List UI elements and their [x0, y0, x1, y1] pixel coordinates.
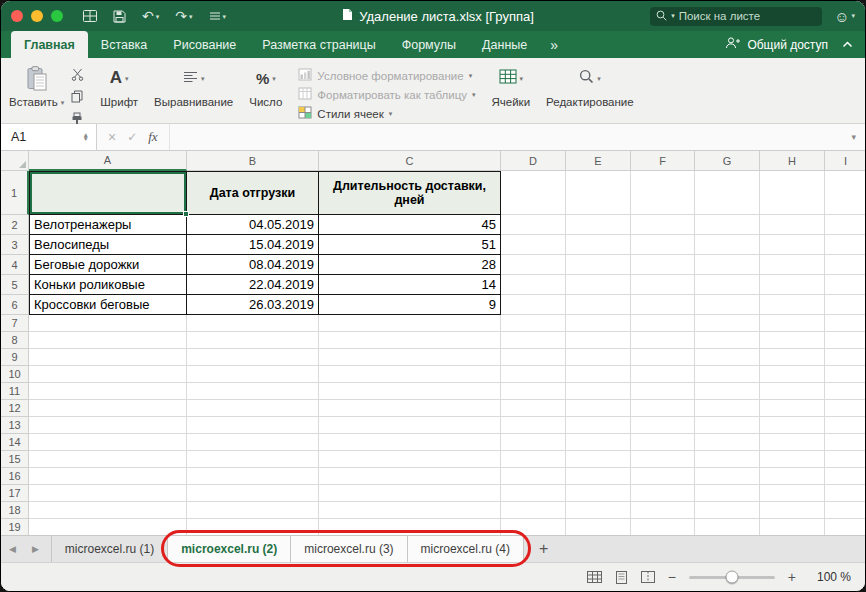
- cell-C19[interactable]: [319, 519, 501, 535]
- row-header-1[interactable]: 1: [1, 171, 29, 215]
- cell-C4[interactable]: 28: [319, 255, 501, 275]
- cell-D18[interactable]: [501, 502, 566, 519]
- cell-C5[interactable]: 14: [319, 275, 501, 295]
- zoom-in-button[interactable]: +: [788, 569, 796, 585]
- cell-F11[interactable]: [631, 383, 695, 400]
- cell-I13[interactable]: [825, 417, 865, 434]
- cell-C11[interactable]: [319, 383, 501, 400]
- cell-H3[interactable]: [760, 235, 825, 255]
- cell-I15[interactable]: [825, 451, 865, 468]
- cell-A10[interactable]: [29, 366, 187, 383]
- cell-A19[interactable]: [29, 519, 187, 535]
- cell-G18[interactable]: [695, 502, 760, 519]
- select-all-corner[interactable]: [1, 151, 29, 171]
- cell-F4[interactable]: [631, 255, 695, 275]
- cell-H13[interactable]: [760, 417, 825, 434]
- row-header-7[interactable]: 7: [1, 315, 29, 332]
- cell-C9[interactable]: [319, 349, 501, 366]
- cell-D13[interactable]: [501, 417, 566, 434]
- page-layout-view-icon[interactable]: [615, 571, 628, 584]
- tab-Вставка[interactable]: Вставка: [88, 31, 160, 58]
- copy-icon[interactable]: [71, 89, 84, 107]
- cell-E11[interactable]: [566, 383, 631, 400]
- cell-I12[interactable]: [825, 400, 865, 417]
- cell-D1[interactable]: [501, 171, 566, 215]
- row-header-8[interactable]: 8: [1, 332, 29, 349]
- cell-G7[interactable]: [695, 315, 760, 332]
- row-header-11[interactable]: 11: [1, 383, 29, 400]
- toolbar-options-icon[interactable]: ▾: [209, 12, 227, 21]
- confirm-entry-icon[interactable]: ✓: [127, 130, 137, 144]
- cell-G15[interactable]: [695, 451, 760, 468]
- cell-B19[interactable]: [187, 519, 319, 535]
- cell-G11[interactable]: [695, 383, 760, 400]
- cell-I6[interactable]: [825, 295, 865, 315]
- conditional-formatting-button[interactable]: Условное форматирование ▾: [298, 68, 475, 83]
- zoom-slider-knob[interactable]: [725, 571, 738, 584]
- paste-button[interactable]: Вставить▾: [9, 64, 64, 129]
- cell-A15[interactable]: [29, 451, 187, 468]
- cell-C3[interactable]: 51: [319, 235, 501, 255]
- cell-C16[interactable]: [319, 468, 501, 485]
- feedback-smiley-icon[interactable]: ☺▾: [834, 8, 855, 25]
- cell-D12[interactable]: [501, 400, 566, 417]
- cell-D3[interactable]: [501, 235, 566, 255]
- cell-D11[interactable]: [501, 383, 566, 400]
- column-header-D[interactable]: D: [501, 151, 566, 171]
- cell-G4[interactable]: [695, 255, 760, 275]
- cell-I14[interactable]: [825, 434, 865, 451]
- cell-E8[interactable]: [566, 332, 631, 349]
- cell-A18[interactable]: [29, 502, 187, 519]
- close-button[interactable]: [11, 10, 23, 22]
- font-group-button[interactable]: А▾ Шрифт: [100, 64, 138, 108]
- column-header-E[interactable]: E: [566, 151, 631, 171]
- cell-I7[interactable]: [825, 315, 865, 332]
- tab-Разметка страницы[interactable]: Разметка страницы: [249, 31, 388, 58]
- cell-B3[interactable]: 15.04.2019: [187, 235, 319, 255]
- cell-A4[interactable]: Беговые дорожки: [29, 255, 187, 275]
- cell-C12[interactable]: [319, 400, 501, 417]
- cell-C14[interactable]: [319, 434, 501, 451]
- row-header-3[interactable]: 3: [1, 235, 29, 255]
- cell-C17[interactable]: [319, 485, 501, 502]
- cell-F12[interactable]: [631, 400, 695, 417]
- tab-Рисование[interactable]: Рисование: [160, 31, 249, 58]
- cell-E6[interactable]: [566, 295, 631, 315]
- cell-H11[interactable]: [760, 383, 825, 400]
- cell-C1[interactable]: Длительность доставки, дней: [319, 171, 501, 215]
- cell-D16[interactable]: [501, 468, 566, 485]
- cell-F10[interactable]: [631, 366, 695, 383]
- cell-G14[interactable]: [695, 434, 760, 451]
- cell-A11[interactable]: [29, 383, 187, 400]
- cell-F2[interactable]: [631, 215, 695, 235]
- cell-I9[interactable]: [825, 349, 865, 366]
- more-tabs-button[interactable]: »: [540, 31, 568, 58]
- name-box[interactable]: A1 ▲▼: [1, 124, 97, 150]
- cell-H14[interactable]: [760, 434, 825, 451]
- formula-input[interactable]: [169, 124, 843, 150]
- sheet-tab-2[interactable]: microexcel.ru (2): [168, 536, 291, 562]
- cell-A13[interactable]: [29, 417, 187, 434]
- cell-F8[interactable]: [631, 332, 695, 349]
- cell-B6[interactable]: 26.03.2019: [187, 295, 319, 315]
- cell-D6[interactable]: [501, 295, 566, 315]
- cell-B16[interactable]: [187, 468, 319, 485]
- cell-I19[interactable]: [825, 519, 865, 535]
- cell-D8[interactable]: [501, 332, 566, 349]
- cell-H1[interactable]: [760, 171, 825, 215]
- cell-B14[interactable]: [187, 434, 319, 451]
- minimize-button[interactable]: [31, 10, 43, 22]
- cell-G10[interactable]: [695, 366, 760, 383]
- cell-G9[interactable]: [695, 349, 760, 366]
- cancel-entry-icon[interactable]: ×: [108, 129, 116, 145]
- sheet-nav-left-icon[interactable]: ◀: [1, 536, 24, 562]
- sheet-tab-4[interactable]: microexcel.ru (4): [408, 536, 524, 562]
- save-icon[interactable]: [113, 10, 126, 23]
- row-header-5[interactable]: 5: [1, 275, 29, 295]
- insert-function-icon[interactable]: fx: [148, 129, 157, 145]
- cell-H18[interactable]: [760, 502, 825, 519]
- cell-D14[interactable]: [501, 434, 566, 451]
- cell-D9[interactable]: [501, 349, 566, 366]
- cell-D17[interactable]: [501, 485, 566, 502]
- cell-E16[interactable]: [566, 468, 631, 485]
